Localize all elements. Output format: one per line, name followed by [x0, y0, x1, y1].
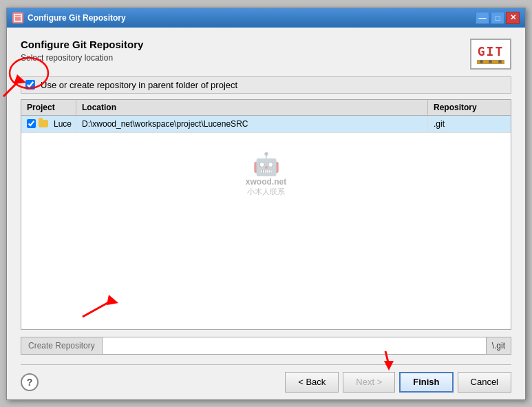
- header-section: Configure Git Repository Select reposito…: [21, 39, 511, 70]
- table-header: Project Location Repository: [21, 100, 511, 116]
- dialog-content: Configure Git Repository Select reposito…: [7, 28, 525, 399]
- maximize-button[interactable]: □: [491, 12, 504, 24]
- cell-project: Luce: [21, 116, 76, 132]
- button-row: ? < Back Next > Finish Cancel: [21, 372, 511, 393]
- window-title: Configure Git Repository: [28, 13, 476, 23]
- header-text: Configure Git Repository Select reposito…: [21, 39, 143, 63]
- checkbox-row[interactable]: Use or create repository in parent folde…: [21, 76, 511, 94]
- close-button[interactable]: ✕: [506, 12, 520, 24]
- parent-folder-checkbox[interactable]: [25, 80, 35, 90]
- title-bar: Configure Git Repository — □ ✕: [7, 8, 525, 28]
- main-window: Configure Git Repository — □ ✕ Configure…: [6, 8, 526, 400]
- cell-location: D:\xwood_net\workspace\project\LuceneSRC: [76, 116, 428, 132]
- git-logo-dot-1: [480, 60, 483, 63]
- nav-buttons: < Back Next > Finish Cancel: [285, 372, 511, 393]
- next-button[interactable]: Next >: [343, 372, 395, 393]
- window-icon: [12, 12, 23, 23]
- col-repository: Repository: [428, 100, 511, 115]
- create-repo-row: Create Repository \.git: [21, 337, 511, 355]
- watermark-area: 🤖 xwood.net 小木人联系: [21, 133, 511, 216]
- row-checkbox[interactable]: [27, 119, 36, 128]
- table-row[interactable]: Luce D:\xwood_net\workspace\project\Luce…: [21, 116, 511, 133]
- create-repo-suffix: \.git: [487, 337, 511, 355]
- watermark-subtext: 小木人联系: [246, 187, 286, 197]
- watermark-robot-icon: 🤖: [246, 151, 286, 177]
- watermark-text: xwood.net: [246, 177, 286, 187]
- dialog-title: Configure Git Repository: [21, 39, 143, 50]
- git-logo-dot-2: [489, 60, 492, 63]
- git-logo: GIT: [470, 39, 511, 70]
- cell-check: Luce: [27, 119, 72, 129]
- git-logo-text: GIT: [478, 44, 504, 59]
- create-repo-input[interactable]: [103, 337, 487, 355]
- col-project: Project: [21, 100, 76, 115]
- project-table: Project Location Repository Luce D:\xwoo…: [21, 99, 511, 330]
- back-button[interactable]: < Back: [285, 372, 339, 393]
- checkbox-label: Use or create repository in parent folde…: [41, 80, 237, 90]
- col-location: Location: [76, 100, 428, 115]
- create-repo-label: Create Repository: [21, 337, 103, 355]
- minimize-button[interactable]: —: [476, 12, 489, 24]
- cell-repository: .git: [428, 116, 511, 132]
- table-body: Luce D:\xwood_net\workspace\project\Luce…: [21, 116, 511, 216]
- cancel-button[interactable]: Cancel: [458, 372, 511, 393]
- git-logo-bar: [477, 60, 504, 64]
- window-controls: — □ ✕: [476, 12, 520, 24]
- help-button[interactable]: ?: [21, 373, 39, 391]
- project-name: Luce: [54, 119, 72, 129]
- dialog-subtitle: Select repository location: [21, 53, 143, 63]
- folder-icon: [39, 120, 48, 127]
- watermark-content: 🤖 xwood.net 小木人联系: [246, 151, 286, 197]
- divider: [21, 364, 511, 365]
- finish-button[interactable]: Finish: [399, 372, 453, 393]
- svg-rect-0: [14, 14, 21, 21]
- git-logo-dot-3: [498, 60, 502, 63]
